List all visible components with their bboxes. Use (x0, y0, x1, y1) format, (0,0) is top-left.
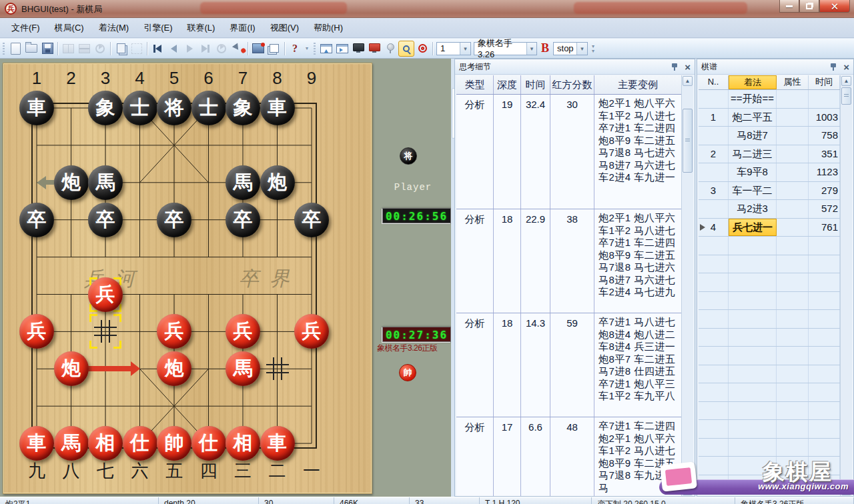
piece-black-卒[interactable]: 卒 (88, 203, 123, 237)
record-row-empty[interactable] (699, 237, 852, 255)
dock-window-button[interactable] (334, 41, 350, 57)
piece-black-象[interactable]: 象 (88, 91, 123, 125)
menu-item-2[interactable]: 棋局(C) (47, 19, 91, 37)
move-cell[interactable]: 马二进三 (729, 145, 777, 163)
scroll-up-icon[interactable]: ▲ (841, 76, 851, 86)
restore-button[interactable] (799, 0, 819, 13)
piece-red-仕[interactable]: 仕 (123, 426, 157, 461)
analysis-row[interactable]: 分析1814.359卒7进1 马八进七 炮8进4 炮八进二 车8进4 兵三进一 … (456, 313, 693, 417)
scroll-thumb[interactable] (841, 87, 851, 105)
scroll-down-icon[interactable]: ▼ (841, 485, 851, 495)
piece-black-車[interactable]: 車 (19, 91, 54, 125)
record-row-empty[interactable] (699, 365, 852, 384)
next-move-button[interactable] (181, 41, 197, 57)
menu-item-1[interactable]: 文件(F) (4, 19, 47, 37)
analysis-row[interactable]: 分析1822.938炮2平1 炮八平六 车1平2 马八进七 卒7进1 车二进四 … (456, 209, 693, 313)
piece-black-象[interactable]: 象 (226, 91, 260, 125)
menu-item-7[interactable]: 视图(V) (263, 19, 306, 37)
piece-red-馬[interactable]: 馬 (226, 351, 260, 386)
pin-icon[interactable] (671, 63, 679, 71)
redo-button[interactable] (214, 41, 230, 57)
refresh-button[interactable] (92, 41, 108, 57)
piece-red-馬[interactable]: 馬 (54, 426, 89, 461)
record-row[interactable]: ==开始== (699, 90, 852, 109)
record-row[interactable]: 2马二进三351 (699, 145, 852, 164)
record-row-empty[interactable] (699, 310, 852, 329)
piece-black-馬[interactable]: 馬 (88, 165, 123, 200)
record-row-empty[interactable] (699, 383, 852, 402)
piece-black-馬[interactable]: 馬 (226, 165, 260, 200)
move-cell[interactable]: 马2进3 (729, 200, 777, 218)
record-row-empty[interactable] (699, 439, 852, 457)
record-row[interactable]: 马2进3572 (699, 200, 852, 219)
piece-red-兵[interactable]: 兵 (294, 314, 329, 349)
piece-black-卒[interactable]: 卒 (19, 203, 54, 237)
piece-red-相[interactable]: 相 (88, 426, 123, 461)
record-row-empty[interactable] (699, 475, 852, 494)
pin-position-button[interactable] (382, 41, 398, 57)
analysis-row[interactable]: 分析176.648卒7进1 车二进四 炮2平1 炮八平六 车1平2 马八进七 炮… (456, 417, 693, 496)
prev-move-button[interactable] (165, 41, 181, 57)
scroll-up-icon[interactable]: ▲ (683, 76, 693, 86)
piece-red-車[interactable]: 車 (260, 426, 295, 461)
board-image-button[interactable] (250, 41, 266, 57)
record-row[interactable]: 3车一平二279 (699, 182, 852, 201)
chevron-down-icon[interactable]: ▾ (526, 43, 536, 55)
red-screen-button[interactable] (366, 41, 382, 57)
record-row-empty[interactable] (699, 420, 852, 439)
titlebar[interactable]: 兵 BHGUI(test) - 新棋局 ✕ (0, 0, 854, 18)
toolbar-overflow-button[interactable]: ▾▾ (589, 41, 597, 56)
piece-red-仕[interactable]: 仕 (191, 426, 226, 461)
record-row-empty[interactable] (699, 329, 852, 347)
record-row-empty[interactable] (699, 402, 852, 421)
piece-red-車[interactable]: 車 (19, 426, 54, 461)
engine-select[interactable]: 象棋名手3.26▾ (474, 42, 537, 55)
move-cell[interactable]: 马8进7 (729, 127, 777, 145)
copy-button[interactable] (113, 41, 129, 57)
pin-icon[interactable] (830, 63, 837, 71)
piece-red-兵[interactable]: 兵 (157, 314, 191, 349)
piece-red-帥[interactable]: 帥 (157, 426, 191, 461)
engine-move-button[interactable] (230, 41, 246, 57)
record-row[interactable]: 4兵七进一761 (699, 219, 852, 237)
record-row-empty[interactable] (699, 273, 852, 292)
move-cell[interactable]: ==开始== (729, 90, 777, 108)
scroll-thumb[interactable] (683, 109, 693, 173)
scroll-down-icon[interactable]: ▼ (683, 485, 693, 495)
analysis-row[interactable]: 分析1932.430炮2平1 炮八平六 车1平2 马八进七 卒7进1 车二进四 … (456, 95, 693, 209)
bold-red-b-button[interactable]: B (541, 41, 549, 55)
piece-red-相[interactable]: 相 (226, 426, 260, 461)
piece-black-卒[interactable]: 卒 (226, 203, 260, 237)
save-button[interactable] (39, 41, 55, 57)
open-button[interactable] (23, 41, 39, 57)
chevron-down-icon[interactable]: ▾ (460, 43, 470, 55)
record-row-empty[interactable] (699, 457, 852, 475)
menu-item-4[interactable]: 引擎(E) (136, 19, 179, 37)
menu-item-5[interactable]: 联赛(L) (180, 19, 223, 37)
menu-item-3[interactable]: 着法(M) (91, 19, 137, 37)
piece-red-兵[interactable]: 兵 (19, 314, 54, 349)
piece-red-炮[interactable]: 炮 (157, 351, 191, 386)
select-button[interactable] (129, 41, 145, 57)
help-button[interactable]: ? (287, 41, 303, 57)
analysis-button[interactable] (398, 41, 414, 57)
move-cell[interactable]: 车9平8 (729, 163, 777, 181)
piece-black-炮[interactable]: 炮 (54, 165, 89, 200)
piece-red-兵[interactable]: 兵 (88, 277, 123, 312)
piece-red-兵[interactable]: 兵 (226, 314, 260, 349)
record-row-empty[interactable] (699, 347, 852, 365)
last-move-button[interactable] (197, 41, 214, 57)
piece-black-車[interactable]: 車 (260, 91, 295, 125)
new-game-button[interactable] (7, 41, 23, 57)
record-row[interactable]: 车9平81123 (699, 163, 852, 182)
flip-board-button[interactable] (76, 41, 92, 57)
record-scrollbar[interactable]: ▲ ▼ (840, 75, 852, 496)
first-move-button[interactable] (149, 41, 165, 57)
menu-item-8[interactable]: 帮助(H) (306, 19, 350, 37)
piece-black-将[interactable]: 将 (157, 91, 191, 125)
record-row[interactable]: 马8进7758 (699, 127, 852, 145)
toolbar-overflow-button[interactable]: ▾ (303, 41, 311, 56)
piece-red-炮[interactable]: 炮 (54, 351, 89, 386)
window-copy-button[interactable] (266, 41, 282, 57)
close-button[interactable]: ✕ (819, 0, 850, 13)
